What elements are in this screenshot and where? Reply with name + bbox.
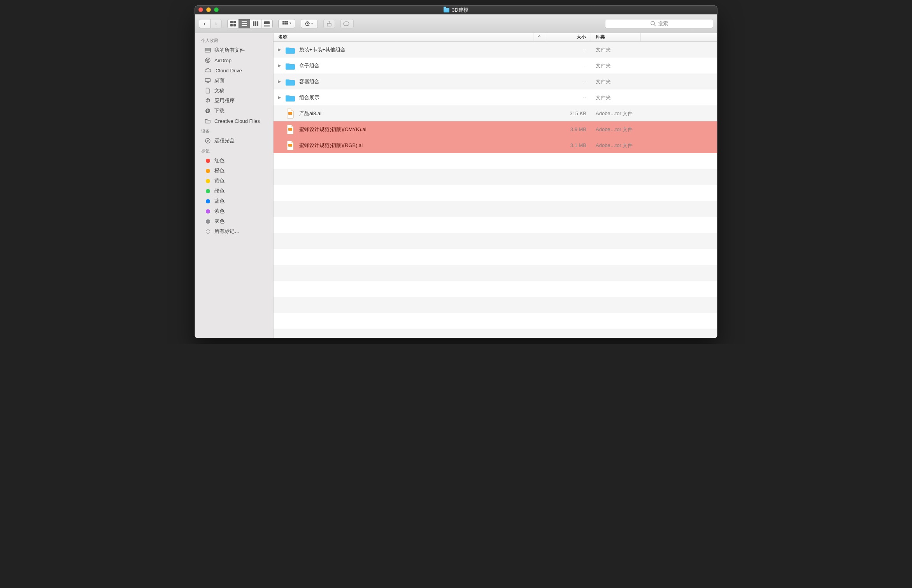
share-button[interactable] xyxy=(323,19,335,28)
search-field[interactable]: 搜索 xyxy=(605,19,713,28)
tag-dot-icon xyxy=(204,209,211,214)
file-extra-cell xyxy=(641,121,717,137)
tag-dot-icon xyxy=(204,189,211,193)
file-kind-cell xyxy=(591,329,641,338)
sidebar-item[interactable]: 桌面 xyxy=(195,75,273,86)
disclosure-triangle-icon[interactable]: ▶ xyxy=(277,63,281,68)
file-list-area: 名称 ⌃ 大小 种类 ▶袋装+卡装+其他组合--文件夹▶盒子组合--文件夹▶容器… xyxy=(274,33,717,338)
arrange-button[interactable] xyxy=(278,19,295,28)
file-extra-cell xyxy=(641,58,717,74)
list-view-button[interactable] xyxy=(239,19,250,28)
sidebar-item-label: 文稿 xyxy=(214,87,224,94)
sidebar-item[interactable]: 灰色 xyxy=(195,216,273,226)
file-extra-cell xyxy=(641,137,717,153)
empty-row xyxy=(274,249,717,265)
file-size-cell: -- xyxy=(533,89,591,105)
tag-dot-icon xyxy=(204,199,211,203)
file-name-label: 产品ai8.ai xyxy=(299,110,321,117)
svg-rect-5 xyxy=(242,23,247,24)
file-row[interactable]: 蜜蜂设计规范(初版)(CMYK).ai3.9 MBAdobe…tor 文件 xyxy=(274,121,717,137)
sidebar-item[interactable]: Creative Cloud Files xyxy=(195,116,273,126)
sidebar-item[interactable]: 远程光盘 xyxy=(195,136,273,146)
disclosure-triangle-icon[interactable]: ▶ xyxy=(277,95,281,100)
column-header-extra[interactable] xyxy=(641,33,717,41)
file-size-cell: -- xyxy=(533,42,591,58)
folder-icon xyxy=(444,8,449,12)
column-view-button[interactable] xyxy=(250,19,261,28)
file-name-cell xyxy=(274,297,533,313)
file-name-cell xyxy=(274,281,533,297)
back-button[interactable]: ‹ xyxy=(199,19,210,28)
file-row[interactable]: ▶袋装+卡装+其他组合--文件夹 xyxy=(274,42,717,58)
file-extra-cell xyxy=(641,297,717,313)
disc-icon xyxy=(204,138,211,144)
coverflow-view-button[interactable] xyxy=(261,19,273,28)
column-sort-indicator[interactable]: ⌃ xyxy=(533,33,545,41)
sidebar-item[interactable]: 绿色 xyxy=(195,186,273,196)
sidebar-item[interactable]: 下载 xyxy=(195,106,273,116)
sidebar-item-label: 红色 xyxy=(214,157,224,164)
downloads-icon xyxy=(204,108,211,114)
svg-point-20 xyxy=(307,23,308,24)
sidebar-item[interactable]: 蓝色 xyxy=(195,196,273,206)
sidebar-item[interactable]: 我的所有文件 xyxy=(195,45,273,55)
action-button[interactable] xyxy=(301,19,318,28)
search-placeholder: 搜索 xyxy=(658,20,668,27)
file-kind-cell xyxy=(591,281,641,297)
close-window-button[interactable] xyxy=(198,7,203,12)
svg-line-24 xyxy=(654,24,656,26)
file-name-label: 蜜蜂设计规范(初版)(CMYK).ai xyxy=(299,126,367,133)
file-size-cell xyxy=(533,313,591,329)
file-row[interactable]: ▶盒子组合--文件夹 xyxy=(274,58,717,74)
sidebar-item[interactable]: 橙色 xyxy=(195,166,273,176)
forward-button[interactable]: › xyxy=(210,19,222,28)
column-header-name[interactable]: 名称 xyxy=(274,33,533,41)
icon-view-button[interactable] xyxy=(227,19,239,28)
file-name-cell xyxy=(274,185,533,201)
sidebar-item[interactable]: 应用程序 xyxy=(195,96,273,106)
sidebar-item-label: 桌面 xyxy=(214,77,224,84)
disclosure-triangle-icon[interactable]: ▶ xyxy=(277,79,281,84)
svg-rect-14 xyxy=(284,21,286,23)
file-extra-cell xyxy=(641,265,717,281)
file-extra-cell xyxy=(641,89,717,105)
column-header-kind[interactable]: 种类 xyxy=(591,33,641,41)
sidebar-item[interactable]: AirDrop xyxy=(195,55,273,65)
file-row[interactable]: ▶组合展示--文件夹 xyxy=(274,89,717,105)
file-extra-cell xyxy=(641,169,717,185)
column-headers: 名称 ⌃ 大小 种类 xyxy=(274,33,717,42)
zoom-window-button[interactable] xyxy=(214,7,219,12)
tag-dot-icon xyxy=(204,169,211,173)
titlebar: 3D建模 xyxy=(195,6,717,14)
empty-row xyxy=(274,281,717,297)
file-row[interactable]: ▶容器组合--文件夹 xyxy=(274,74,717,89)
svg-rect-4 xyxy=(242,21,247,22)
sidebar-item-label: 下载 xyxy=(214,107,224,114)
file-name-cell: 产品ai8.ai xyxy=(274,105,533,121)
sidebar-item[interactable]: 文稿 xyxy=(195,86,273,96)
file-name-cell: ▶容器组合 xyxy=(274,74,533,89)
sidebar-item[interactable]: 紫色 xyxy=(195,206,273,216)
sidebar-heading: 个人收藏 xyxy=(195,35,273,45)
minimize-window-button[interactable] xyxy=(206,7,211,12)
sidebar-item[interactable]: iCloud Drive xyxy=(195,65,273,75)
file-kind-cell: 文件夹 xyxy=(591,42,641,58)
file-rows: ▶袋装+卡装+其他组合--文件夹▶盒子组合--文件夹▶容器组合--文件夹▶组合展… xyxy=(274,42,717,338)
file-name-label: 容器组合 xyxy=(299,78,319,85)
sidebar-item[interactable]: 红色 xyxy=(195,156,273,166)
file-row[interactable]: 产品ai8.ai315 KBAdobe…tor 文件 xyxy=(274,105,717,121)
disclosure-triangle-icon[interactable]: ▶ xyxy=(277,47,281,52)
file-extra-cell xyxy=(641,105,717,121)
sidebar-item[interactable]: 所有标记… xyxy=(195,226,273,236)
column-header-size[interactable]: 大小 xyxy=(545,33,591,41)
svg-rect-18 xyxy=(286,23,288,24)
applications-icon xyxy=(204,98,211,104)
sidebar-item[interactable]: 黄色 xyxy=(195,176,273,186)
tags-button[interactable] xyxy=(340,19,354,28)
ai-file-icon xyxy=(285,140,295,150)
file-row[interactable]: 蜜蜂设计规范(初版)(RGB).ai3.1 MBAdobe…tor 文件 xyxy=(274,137,717,153)
file-size-cell xyxy=(533,265,591,281)
svg-point-36 xyxy=(205,138,210,143)
file-name-label: 袋装+卡装+其他组合 xyxy=(299,46,346,53)
file-kind-cell: Adobe…tor 文件 xyxy=(591,105,641,121)
